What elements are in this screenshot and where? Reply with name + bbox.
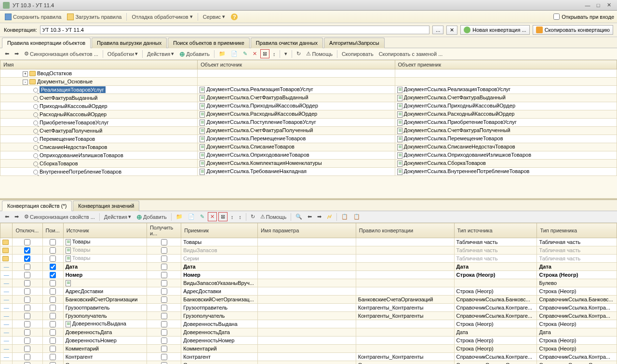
lower-col-7[interactable]: Правило конвертации bbox=[356, 223, 454, 238]
add-button[interactable]: ⊕Добавить bbox=[177, 49, 212, 59]
get-checkbox[interactable] bbox=[161, 297, 167, 303]
lower-row[interactable]: ТоварыСерииТабличная частьТабличная част… bbox=[0, 255, 617, 263]
conversion-input[interactable] bbox=[40, 26, 429, 34]
help-button-2[interactable]: ⚠ Помощь bbox=[304, 50, 335, 58]
lower-col-4[interactable]: Получить и... bbox=[147, 223, 181, 238]
disable-checkbox[interactable] bbox=[24, 247, 30, 254]
upper-row[interactable]: СписаниеНедостачТоваровДокументСсылка.Сп… bbox=[0, 143, 617, 151]
search-checkbox[interactable] bbox=[50, 297, 56, 303]
lower-row[interactable]: —ДоверенностьДатаДоверенностьДатаДатаДат… bbox=[0, 328, 617, 337]
get-checkbox[interactable] bbox=[161, 256, 167, 262]
copy-conversion-button[interactable]: Скопировать конвертацию bbox=[533, 25, 613, 35]
upper-row[interactable]: ПеремещениеТоваровДокументСсылка.Перемещ… bbox=[0, 135, 617, 143]
ltb-7[interactable]: ↕ bbox=[237, 213, 243, 221]
get-checkbox[interactable] bbox=[161, 362, 167, 364]
copy-button[interactable]: Скопировать bbox=[340, 50, 376, 58]
ltb-9[interactable]: 📋 bbox=[339, 213, 350, 221]
search-checkbox[interactable] bbox=[50, 264, 56, 270]
main-tab-0[interactable]: Правила конвертации объектов bbox=[2, 38, 91, 48]
ltb-next[interactable]: ➡ bbox=[315, 213, 323, 221]
maximize-button[interactable]: □ bbox=[593, 2, 604, 8]
disable-checkbox[interactable] bbox=[24, 256, 30, 262]
disable-checkbox[interactable] bbox=[24, 313, 30, 319]
disable-checkbox[interactable] bbox=[24, 321, 30, 327]
disable-checkbox[interactable] bbox=[24, 280, 30, 286]
upper-col-2[interactable]: Объект приемник bbox=[395, 60, 617, 69]
nav-back-button-2[interactable]: ⬅ bbox=[3, 213, 11, 221]
lower-row[interactable]: —ДатаДатаДатаДата bbox=[0, 263, 617, 271]
disable-checkbox[interactable] bbox=[24, 362, 30, 364]
sync-objects-button[interactable]: ⚙ Синхронизация объектов ... bbox=[22, 50, 100, 58]
search-checkbox[interactable] bbox=[50, 321, 56, 327]
get-checkbox[interactable] bbox=[161, 346, 167, 352]
upper-col-0[interactable]: Имя bbox=[0, 60, 198, 69]
disable-checkbox[interactable] bbox=[24, 288, 30, 295]
lower-row[interactable]: —АдресДоставкиАдресДоставкиСтрока (Неогр… bbox=[0, 287, 617, 296]
tb-btn-4[interactable]: ✕ bbox=[251, 50, 259, 58]
disable-checkbox[interactable] bbox=[24, 337, 30, 344]
lower-col-0[interactable] bbox=[0, 223, 13, 238]
upper-row[interactable]: ПриходныйКассовыйОрдерДокументСсылка.При… bbox=[0, 102, 617, 110]
refresh-button-2[interactable]: ↻ bbox=[249, 213, 257, 221]
actions-button-2[interactable]: Действия ▾ bbox=[102, 213, 133, 221]
search-checkbox[interactable] bbox=[50, 272, 56, 278]
upper-row[interactable]: -Документы_Основные bbox=[0, 78, 617, 86]
help-button[interactable]: ? bbox=[229, 13, 240, 21]
service-button[interactable]: Сервис ▾ bbox=[201, 13, 228, 21]
tb-btn-7[interactable]: ▾ bbox=[282, 50, 289, 58]
copy-replace-button[interactable]: Скопировать с заменой ... bbox=[377, 50, 445, 58]
main-tab-2[interactable]: Поиск объектов в приемнике bbox=[168, 38, 250, 48]
get-checkbox[interactable] bbox=[161, 305, 167, 311]
lower-col-9[interactable]: Тип приемника bbox=[537, 223, 617, 238]
get-checkbox[interactable] bbox=[161, 247, 167, 254]
get-checkbox[interactable] bbox=[161, 239, 167, 245]
disable-checkbox[interactable] bbox=[24, 239, 30, 245]
ltb-6[interactable]: ↕ bbox=[229, 213, 236, 221]
lower-row[interactable]: ТоварыВидыЗапасовТабличная частьТаблична… bbox=[0, 246, 617, 255]
conversion-lookup-button[interactable]: ... bbox=[432, 26, 443, 34]
search-checkbox[interactable] bbox=[50, 313, 56, 319]
search-checkbox[interactable] bbox=[50, 362, 56, 364]
lower-col-8[interactable]: Тип источника bbox=[454, 223, 537, 238]
get-checkbox[interactable] bbox=[161, 354, 167, 360]
get-checkbox[interactable] bbox=[161, 321, 167, 327]
nav-fwd-button-2[interactable]: ➡ bbox=[13, 213, 21, 221]
search-checkbox[interactable] bbox=[50, 329, 56, 336]
get-checkbox[interactable] bbox=[161, 264, 167, 270]
add-button-2[interactable]: ⊕Добавить bbox=[134, 212, 169, 222]
tb-btn-3[interactable]: ✎ bbox=[241, 50, 249, 58]
tb-btn-6[interactable]: ↕ bbox=[271, 50, 278, 58]
upper-row[interactable]: СчетФактураВыданныйДокументСсылка.СчетФа… bbox=[0, 94, 617, 102]
lower-col-6[interactable]: Имя параметра bbox=[257, 223, 356, 238]
lower-row[interactable]: —ДоверенностьВыданаДоверенностьВыданаСтр… bbox=[0, 320, 617, 328]
ltb-8[interactable]: 🗲 bbox=[325, 213, 334, 221]
search-checkbox[interactable] bbox=[50, 247, 56, 254]
lower-col-3[interactable]: Источник bbox=[63, 223, 147, 238]
disable-checkbox[interactable] bbox=[24, 264, 30, 270]
ltb-10[interactable]: 📋 bbox=[351, 213, 362, 221]
disable-checkbox[interactable] bbox=[24, 329, 30, 336]
open-on-start-checkbox[interactable]: Открывать при входе bbox=[553, 13, 614, 20]
tb-btn-2[interactable]: 📄 bbox=[229, 50, 240, 58]
disable-checkbox[interactable] bbox=[24, 354, 30, 360]
lower-row[interactable]: —ДоверенностьНомерДоверенностьНомерСтрок… bbox=[0, 337, 617, 345]
upper-row[interactable]: СчетФактураПолученныйДокументСсылка.Счет… bbox=[0, 127, 617, 135]
save-rules-button[interactable]: Сохранить правила bbox=[3, 13, 63, 21]
lower-row[interactable]: —ГрузоотправительГрузоотправительКонтраг… bbox=[0, 304, 617, 312]
main-tab-1[interactable]: Правила выгрузки данных bbox=[92, 38, 167, 48]
disable-checkbox[interactable] bbox=[24, 272, 30, 278]
lower-row[interactable]: —ВидыЗапасовУказаныВруч...Булево bbox=[0, 279, 617, 287]
upper-row[interactable]: +ВводОстатков bbox=[0, 69, 617, 78]
upper-row[interactable]: ОприходованиеИзлишковТоваровДокументСсыл… bbox=[0, 151, 617, 160]
minimize-button[interactable]: — bbox=[582, 2, 593, 8]
lower-row[interactable]: —ГрузополучательГрузополучательКонтраген… bbox=[0, 312, 617, 320]
tree-toggle[interactable]: - bbox=[23, 80, 28, 85]
main-tab-4[interactable]: Алгоритмы\Запросы bbox=[324, 38, 385, 48]
ltb-prev[interactable]: ⬅ bbox=[306, 213, 314, 221]
lower-col-2[interactable]: Пои... bbox=[42, 223, 63, 238]
ltb-4[interactable]: ✕ bbox=[208, 212, 217, 221]
nav-back-button[interactable]: ⬅ bbox=[3, 50, 11, 58]
disable-checkbox[interactable] bbox=[24, 305, 30, 311]
lower-grid[interactable]: Отключ...Пои...ИсточникПолучить и...Прие… bbox=[0, 223, 617, 364]
lower-row[interactable]: —ОрганизацияОрганизацияОрганизацииСправо… bbox=[0, 361, 617, 364]
